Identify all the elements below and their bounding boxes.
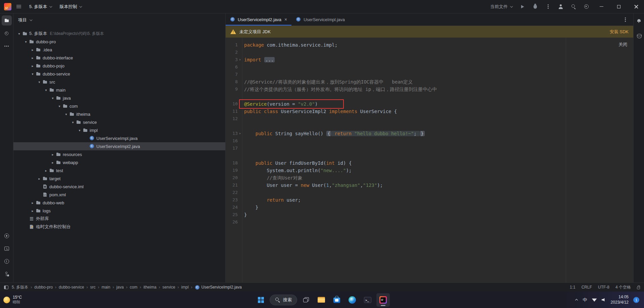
install-sdk-link[interactable]: 安装 SDK bbox=[610, 29, 629, 35]
edge-button[interactable] bbox=[346, 293, 359, 307]
commit-tool-button[interactable] bbox=[2, 28, 12, 38]
code-line[interactable]: 11public class UserServiceImpl2 implemen… bbox=[226, 108, 633, 115]
code-line[interactable]: 17 bbox=[226, 145, 633, 152]
breadcrumb-item[interactable]: src bbox=[90, 285, 95, 290]
code-line[interactable]: 2 bbox=[226, 49, 633, 56]
chevron-right-icon[interactable]: ▸ bbox=[36, 177, 42, 181]
tree-item[interactable]: ▸.idea bbox=[13, 46, 225, 54]
main-menu-button[interactable] bbox=[13, 2, 24, 12]
task-view-button[interactable] bbox=[299, 293, 313, 307]
tree-item[interactable]: ▸dubbo-web bbox=[13, 199, 225, 207]
tree-item[interactable]: ▸resources bbox=[13, 150, 225, 158]
volume-icon[interactable] bbox=[602, 298, 606, 302]
tray-expand-icon[interactable] bbox=[575, 298, 578, 301]
breadcrumb-item[interactable]: dubbo-service bbox=[59, 285, 84, 290]
tab-options-button[interactable] bbox=[620, 14, 631, 24]
more-tool-windows-button[interactable] bbox=[2, 41, 12, 51]
line-separator[interactable]: CRLF bbox=[582, 285, 592, 290]
code-line[interactable]: 8//@Service//将该类的对象创建出来，放到Spring的IOC容器中 … bbox=[226, 78, 633, 86]
code-line[interactable] bbox=[226, 152, 633, 159]
chevron-down-icon[interactable]: ▾ bbox=[70, 120, 76, 124]
breadcrumb-item[interactable]: UserServiceImpl2.java bbox=[195, 285, 242, 290]
chevron-right-icon[interactable]: ▸ bbox=[30, 64, 36, 68]
tree-item[interactable]: 外部库 bbox=[13, 215, 225, 223]
code-line[interactable]: 13› public String sayHello() { return "h… bbox=[226, 130, 633, 137]
tree-item[interactable]: ▸logs bbox=[13, 207, 225, 215]
chevron-right-icon[interactable]: ▸ bbox=[50, 161, 56, 164]
close-button[interactable] bbox=[629, 0, 644, 13]
chevron-right-icon[interactable]: ▸ bbox=[30, 56, 36, 60]
network-icon[interactable] bbox=[592, 298, 597, 302]
editor-tab[interactable]: UserServiceImpl2.java× bbox=[226, 13, 291, 25]
services-tool-button[interactable] bbox=[2, 231, 12, 241]
code-line[interactable]: 12 bbox=[226, 115, 633, 122]
breadcrumb-item[interactable]: main bbox=[101, 285, 110, 290]
code-line[interactable]: 25} bbox=[226, 211, 633, 218]
chevron-down-icon[interactable]: ▾ bbox=[43, 88, 49, 92]
code-line[interactable] bbox=[226, 93, 633, 100]
code-line[interactable]: 10@Service(version = "v2.0") bbox=[226, 100, 633, 108]
run-config-button[interactable]: 当前文件 bbox=[487, 2, 515, 12]
code-line[interactable]: 18 public User findUserById(int id) { bbox=[226, 159, 633, 167]
chevron-right-icon[interactable]: ▸ bbox=[50, 153, 56, 156]
start-button[interactable] bbox=[254, 293, 268, 307]
code-line[interactable]: 24 } bbox=[226, 204, 633, 211]
file-explorer-button[interactable] bbox=[315, 293, 328, 307]
ime-indicator[interactable]: 中 bbox=[583, 297, 587, 303]
terminal-tool-button[interactable] bbox=[2, 244, 12, 254]
chevron-down-icon[interactable]: ▾ bbox=[56, 104, 62, 108]
problems-tool-button[interactable] bbox=[2, 256, 12, 266]
chevron-right-icon[interactable]: ▸ bbox=[30, 48, 36, 52]
minimize-button[interactable] bbox=[594, 0, 609, 13]
tree-item[interactable]: ▾itheima bbox=[13, 110, 225, 118]
vcs-widget-button[interactable]: 版本控制 bbox=[56, 2, 84, 12]
breadcrumb-item[interactable]: dubbo-pro bbox=[34, 285, 53, 290]
chevron-down-icon[interactable]: ▾ bbox=[63, 112, 69, 116]
tree-item[interactable]: ▾5. 多版本E:\IdeaProjects\代码\5. 多版本 bbox=[13, 30, 225, 38]
chevron-right-icon[interactable]: ▸ bbox=[30, 209, 36, 213]
code-line[interactable]: 19 System.out.println("new...."); bbox=[226, 167, 633, 174]
fold-marker-icon[interactable]: › bbox=[238, 56, 242, 63]
chevron-down-icon[interactable]: ▾ bbox=[77, 129, 83, 132]
tree-item[interactable]: ▸target bbox=[13, 174, 225, 183]
code-line[interactable] bbox=[226, 122, 633, 130]
search-everywhere-button[interactable] bbox=[568, 2, 579, 12]
tree-item[interactable]: ▸test bbox=[13, 166, 225, 174]
indent-info[interactable]: 4 个空格 bbox=[615, 285, 631, 290]
chevron-down-icon[interactable]: ▾ bbox=[23, 40, 29, 44]
tree-item[interactable]: ▾com bbox=[13, 102, 225, 110]
tree-item[interactable]: pom.xml bbox=[13, 191, 225, 199]
settings-button[interactable] bbox=[581, 2, 592, 12]
code-line[interactable]: 9//将这个类提供的方法（服务）对外发布。将访问的地址 ip，端口，路径注册到注… bbox=[226, 86, 633, 93]
breadcrumb-item[interactable]: com bbox=[130, 285, 137, 290]
tree-item[interactable]: ▸dubbo-pojo bbox=[13, 62, 225, 70]
code-line[interactable]: 23 return user; bbox=[226, 196, 633, 204]
database-tool-button[interactable] bbox=[634, 31, 644, 41]
readonly-lock-icon[interactable] bbox=[637, 287, 640, 289]
tree-item[interactable]: ▾dubbo-service bbox=[13, 70, 225, 78]
tree-item[interactable]: 临时文件和控制台 bbox=[13, 223, 225, 231]
taskbar-search[interactable]: 搜索 bbox=[270, 295, 297, 305]
chevron-down-icon[interactable]: ▾ bbox=[50, 96, 56, 100]
tree-item[interactable]: ▾src bbox=[13, 78, 225, 86]
code-line[interactable]: 3›import ... bbox=[226, 56, 633, 63]
project-panel-header[interactable]: 项目 bbox=[13, 13, 225, 27]
project-tool-button[interactable] bbox=[2, 15, 12, 25]
chevron-down-icon[interactable]: ▾ bbox=[16, 32, 22, 36]
code-line[interactable]: 22 bbox=[226, 189, 633, 196]
run-button[interactable] bbox=[517, 2, 528, 12]
tree-item[interactable]: UserServiceImpl2.java bbox=[13, 142, 225, 150]
breadcrumb-item[interactable]: impl bbox=[181, 285, 189, 290]
project-widget-button[interactable]: 5. 多版本 bbox=[26, 2, 54, 12]
tree-item[interactable]: dubbo-service.iml bbox=[13, 183, 225, 191]
intellij-taskbar-button[interactable] bbox=[376, 293, 390, 307]
chevron-down-icon[interactable]: ▾ bbox=[30, 72, 36, 76]
chevron-right-icon[interactable]: ▸ bbox=[30, 201, 36, 205]
microsoft-store-button[interactable] bbox=[330, 293, 343, 307]
tree-item[interactable]: ▸dubbo-interface bbox=[13, 54, 225, 62]
breadcrumb-item[interactable]: service bbox=[163, 285, 175, 290]
code-line[interactable]: 21 User user = new User(1,"zhangsan","12… bbox=[226, 182, 633, 189]
code-line[interactable]: 1package com.itheima.service.impl; bbox=[226, 41, 633, 49]
code-editor[interactable]: 关闭 1package com.itheima.service.impl;23›… bbox=[226, 38, 633, 283]
tool-window-layout-icon[interactable] bbox=[4, 286, 8, 289]
